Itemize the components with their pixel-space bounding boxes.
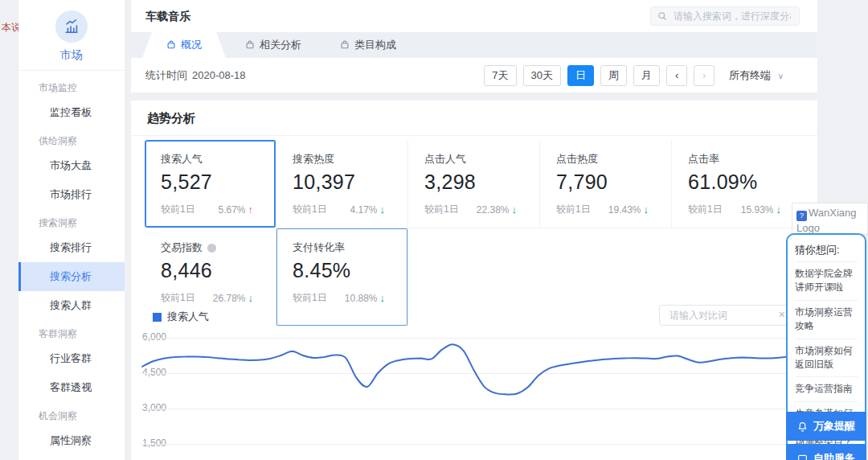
wanxiang-reminder-button[interactable]: 万象提醒	[786, 412, 866, 441]
tab-label: 概况	[181, 38, 202, 52]
stat-time-value: 2020-08-18	[192, 69, 246, 81]
down-arrow-icon: ↓	[512, 203, 518, 216]
card-value: 8,446	[161, 259, 272, 282]
info-icon[interactable]	[207, 244, 216, 253]
sidebar-item-industry-customers[interactable]: 行业客群	[18, 344, 125, 373]
header-block: 车载音乐 概况	[131, 0, 817, 92]
legend-swatch	[153, 313, 162, 322]
bag-icon	[245, 40, 255, 50]
terminal-dropdown[interactable]: 所有终端 ∨	[729, 68, 784, 83]
range-week-button[interactable]: 周	[600, 65, 627, 86]
change-value: 4.17%	[350, 204, 377, 216]
metric-cards: 搜索人气 5,527 较前1日 5.67%↑ 搜索热度 10,397 较前1日 …	[145, 140, 804, 326]
trend-analysis-block: 趋势分析 搜索人气 5,527 较前1日 5.67%↑ 搜索热度 10,397	[131, 101, 817, 460]
date-range-group: 7天 30天 日 周 月 ‹ ›	[484, 65, 714, 86]
card-payment-conversion[interactable]: 支付转化率 8.45% 较前1日 10.88%↓	[276, 228, 408, 326]
suggestion-item[interactable]: 数据学院金牌讲师开课啦	[795, 261, 858, 300]
search-input[interactable]	[672, 10, 792, 23]
card-search-popularity[interactable]: 搜索人气 5,527 较前1日 5.67%↑	[145, 140, 276, 228]
broken-image-icon: ?	[796, 211, 807, 221]
change-value: 22.38%	[477, 204, 510, 216]
nav-group-customer-insight: 客群洞察	[18, 320, 125, 344]
card-value: 10,397	[293, 170, 404, 194]
range-30d-button[interactable]: 30天	[523, 65, 561, 86]
bell-icon	[797, 421, 808, 432]
change-value: 26.78%	[213, 293, 246, 304]
change-value: 19.43%	[608, 204, 641, 216]
change-value: 10.88%	[345, 293, 378, 304]
sidebar-item-search-ranking[interactable]: 搜索排行	[18, 233, 125, 262]
sidebar: 市场 市场监控 监控看板 供给洞察 市场大盘 市场排行 搜索洞察 搜索排行 搜索…	[18, 0, 125, 460]
card-value: 8.45%	[293, 259, 404, 282]
self-service-button[interactable]: 自助服务	[786, 444, 866, 460]
keyword-search-box[interactable]	[650, 6, 800, 26]
prev-period-button[interactable]: ‹	[666, 65, 687, 86]
compare-label: 较前1日	[293, 291, 327, 305]
tab-category-composition[interactable]: 类目构成	[321, 32, 416, 58]
sidebar-item-attribute-insight[interactable]: 属性洞察	[18, 426, 125, 455]
card-label: 点击热度	[556, 152, 668, 166]
suggestion-item[interactable]: 市场洞察如何返回旧版	[795, 339, 858, 377]
tab-related-analysis[interactable]: 相关分析	[226, 32, 321, 58]
terminal-label: 所有终端	[729, 69, 771, 81]
sidebar-item-market-overview[interactable]: 市场大盘	[18, 151, 125, 180]
up-arrow-icon: ↑	[248, 203, 254, 216]
card-label: 点击率	[688, 152, 800, 166]
card-click-popularity[interactable]: 点击人气 3,298 较前1日 22.38%↓	[408, 140, 540, 228]
tab-label: 相关分析	[260, 38, 301, 52]
chevron-down-icon: ∨	[778, 72, 784, 80]
sidebar-item-customer-perspective[interactable]: 客群透视	[18, 373, 125, 402]
compare-label: 较前1日	[556, 203, 591, 216]
sidebar-app-block[interactable]: 市场	[18, 0, 125, 71]
nav-group-market-monitor: 市场监控	[18, 74, 125, 98]
nav-group-opportunity-insight: 机会洞察	[18, 402, 125, 426]
card-value: 7,790	[556, 170, 668, 194]
empty-cell	[408, 228, 540, 326]
card-value: 3,298	[424, 170, 536, 194]
panel-title: 猜你想问:	[795, 241, 858, 261]
sidebar-item-search-analysis[interactable]: 搜索分析	[18, 262, 125, 291]
assistant-logo-box[interactable]: ?WanXiang Logo	[792, 203, 868, 235]
button-label: 自助服务	[813, 451, 855, 460]
down-arrow-icon: ↓	[776, 203, 782, 216]
card-click-heat[interactable]: 点击热度 7,790 较前1日 19.43%↓	[540, 140, 672, 228]
empty-cell	[540, 228, 672, 326]
suggestion-item[interactable]: 竞争运营指南	[795, 376, 858, 400]
sidebar-item-market-ranking[interactable]: 市场排行	[18, 180, 125, 209]
card-label-text: 交易指数	[161, 240, 203, 255]
card-search-heat[interactable]: 搜索热度 10,397 较前1日 4.17%↓	[276, 140, 408, 228]
sidebar-item-search-audience[interactable]: 搜索人群	[18, 291, 125, 320]
tab-strip: 概况 相关分析 类目构成	[131, 32, 817, 58]
compare-label: 较前1日	[424, 203, 459, 216]
card-label: 支付转化率	[293, 240, 404, 255]
next-period-button[interactable]: ›	[694, 65, 714, 86]
card-label: 交易指数	[161, 240, 272, 255]
down-arrow-icon: ↓	[380, 203, 386, 216]
card-label: 点击人气	[424, 152, 536, 166]
nav-group-search-insight: 搜索洞察	[18, 209, 125, 233]
compare-label: 较前1日	[688, 203, 723, 216]
nav-group-supply-insight: 供给洞察	[18, 127, 125, 151]
main-content: 车载音乐 概况	[131, 0, 817, 460]
down-arrow-icon: ↓	[380, 292, 386, 304]
card-click-rate[interactable]: 点击率 61.09% 较前1日 15.93%↓	[672, 140, 804, 228]
compare-label: 较前1日	[161, 203, 195, 216]
suggestion-item[interactable]: 市场洞察运营攻略	[795, 300, 858, 339]
range-day-button[interactable]: 日	[567, 65, 594, 86]
chart-legend: 搜索人气	[153, 310, 209, 324]
sidebar-item-monitor-board[interactable]: 监控看板	[18, 98, 125, 127]
bag-icon	[340, 40, 350, 50]
page-title: 车载音乐	[145, 10, 190, 24]
change-value: 5.67%	[218, 204, 245, 216]
stat-time-label: 统计时间	[145, 68, 187, 83]
trend-title: 趋势分析	[131, 101, 817, 136]
range-7d-button[interactable]: 7天	[484, 65, 516, 86]
card-value: 5,527	[161, 170, 272, 194]
down-arrow-icon: ↓	[248, 292, 254, 304]
clear-icon[interactable]: ×	[779, 308, 785, 321]
bag-icon	[166, 40, 176, 50]
compare-label: 较前1日	[293, 203, 327, 216]
market-app-icon	[55, 10, 88, 43]
range-month-button[interactable]: 月	[633, 65, 660, 86]
tab-overview[interactable]: 概况	[142, 32, 226, 58]
